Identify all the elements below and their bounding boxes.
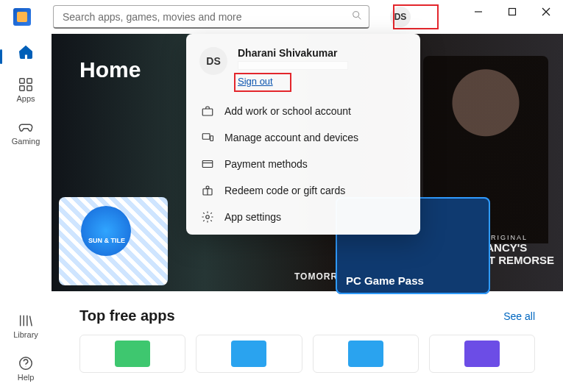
nav-gaming-label: Gaming [12, 137, 40, 146]
home-icon [18, 44, 34, 60]
nav-apps-label: Apps [16, 94, 35, 103]
account-name: Dharani Shivakumar [238, 47, 348, 59]
briefcase-icon [201, 104, 214, 118]
account-avatar-button[interactable]: DS [390, 7, 411, 27]
account-menu-items: Add work or school account Manage accoun… [186, 98, 420, 230]
account-menu-avatar: DS [199, 47, 227, 75]
nav-help[interactable]: Help [0, 349, 52, 388]
menu-item-label: App settings [224, 211, 281, 223]
app-tile[interactable] [196, 335, 302, 373]
sidebar: Apps Gaming Library Help [0, 34, 52, 392]
app-swatch [464, 341, 500, 367]
app-swatch [231, 341, 266, 367]
svg-rect-6 [20, 79, 24, 83]
account-email-redacted [238, 61, 348, 70]
svg-point-0 [353, 12, 359, 18]
maximize-button[interactable] [495, 0, 529, 24]
svg-rect-9 [27, 86, 32, 90]
svg-rect-16 [202, 109, 213, 115]
see-all-link[interactable]: See all [503, 310, 535, 322]
search-input[interactable]: Search apps, games, movies and more [53, 5, 369, 29]
svg-rect-19 [202, 161, 213, 168]
app-tile[interactable] [313, 335, 419, 373]
card-gamepass-label: PC Game Pass [346, 274, 424, 287]
card-icon [201, 157, 214, 171]
svg-rect-8 [20, 86, 24, 90]
devices-icon [201, 131, 214, 144]
svg-rect-7 [27, 79, 32, 83]
help-icon [18, 355, 34, 371]
account-menu-header: DS Dharani Shivakumar Sign out [186, 44, 420, 93]
apps-icon [18, 76, 34, 93]
section-title: Top free apps [79, 307, 503, 324]
search-icon[interactable] [351, 10, 363, 24]
library-icon [18, 313, 34, 329]
svg-point-23 [206, 215, 210, 219]
close-button[interactable] [529, 0, 563, 24]
card-suntile-label: SUN & TILE [88, 237, 125, 244]
menu-item-payment[interactable]: Payment methods [186, 151, 420, 177]
svg-rect-17 [202, 134, 210, 140]
window-controls [461, 0, 563, 24]
search-placeholder: Search apps, games, movies and more [63, 11, 351, 23]
nav-library-label: Library [13, 330, 38, 339]
menu-item-settings[interactable]: App settings [186, 204, 420, 230]
menu-item-label: Payment methods [224, 158, 308, 170]
minimize-button[interactable] [461, 0, 495, 24]
nav-home[interactable] [0, 38, 52, 66]
top-free-apps-section: Top free apps See all [52, 291, 563, 373]
app-row [79, 335, 535, 373]
nav-help-label: Help [18, 373, 35, 382]
menu-item-manage-account[interactable]: Manage account and devices [186, 124, 420, 151]
app-tile[interactable] [429, 335, 535, 373]
svg-rect-3 [509, 9, 516, 15]
menu-item-redeem[interactable]: Redeem code or gift cards [186, 177, 420, 204]
titlebar: Search apps, games, movies and more DS [0, 0, 563, 34]
app-tile[interactable] [79, 335, 185, 373]
svg-line-13 [30, 316, 32, 327]
menu-item-label: Manage account and devices [224, 132, 358, 143]
svg-rect-18 [210, 136, 213, 141]
menu-item-label: Add work or school account [224, 105, 351, 117]
hero-card-suntile[interactable]: SUN & TILE [59, 197, 168, 285]
gift-icon [201, 184, 214, 197]
svg-line-1 [358, 17, 361, 19]
gaming-icon [18, 119, 34, 135]
app-swatch [115, 341, 150, 367]
gear-icon [201, 210, 214, 224]
account-menu: DS Dharani Shivakumar Sign out Add work … [186, 34, 420, 235]
nav-library[interactable]: Library [0, 307, 52, 345]
menu-item-add-account[interactable]: Add work or school account [186, 98, 420, 124]
store-app-icon [13, 8, 31, 26]
menu-item-label: Redeem code or gift cards [224, 185, 345, 196]
nav-apps[interactable]: Apps [0, 71, 52, 109]
app-swatch [348, 341, 383, 367]
nav-gaming[interactable]: Gaming [0, 113, 52, 152]
sign-out-link[interactable]: Sign out [238, 76, 273, 87]
